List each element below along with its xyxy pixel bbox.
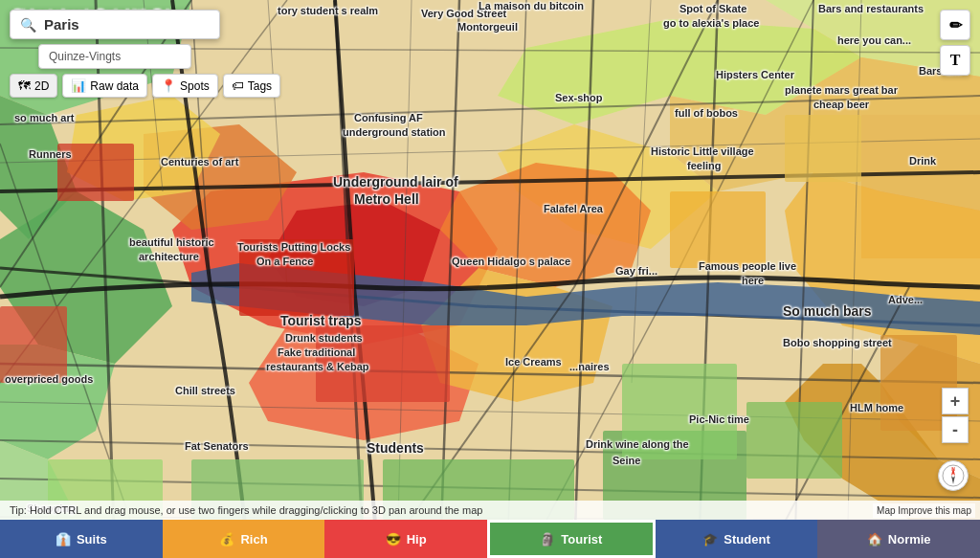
hip-icon: 😎 bbox=[386, 532, 401, 547]
cat-tourist[interactable]: 🗿 Tourist bbox=[487, 520, 656, 558]
top-right-controls: ✏ T bbox=[940, 10, 970, 76]
svg-rect-66 bbox=[622, 364, 737, 459]
search-box[interactable]: 🔍 Paris bbox=[10, 10, 220, 39]
cat-hip[interactable]: 😎 Hip bbox=[324, 520, 487, 558]
view-btn-2d[interactable]: 🗺 2D bbox=[10, 74, 57, 98]
hip-label: Hip bbox=[407, 532, 427, 547]
pin-icon: 📍 bbox=[161, 78, 176, 93]
tourist-label: Tourist bbox=[561, 532, 602, 547]
zoom-controls: + - bbox=[942, 388, 969, 443]
attribution-text: Map Improve this map bbox=[877, 505, 971, 516]
tourist-icon: 🗿 bbox=[540, 532, 555, 547]
map-icon: 🗺 bbox=[18, 78, 31, 93]
student-icon: 🎓 bbox=[702, 532, 718, 547]
compass-btn[interactable]: N bbox=[938, 460, 969, 491]
cat-student[interactable]: 🎓 Student bbox=[656, 520, 818, 558]
category-bar: 👔 Suits 💰 Rich 😎 Hip 🗿 Tourist 🎓 Student… bbox=[0, 520, 980, 558]
rich-icon: 💰 bbox=[219, 532, 234, 547]
tag-icon: 🏷 bbox=[232, 78, 244, 93]
svg-rect-65 bbox=[316, 325, 450, 402]
svg-rect-58 bbox=[785, 115, 861, 182]
view-btn-tags[interactable]: 🏷 Tags bbox=[223, 74, 280, 98]
pencil-btn[interactable]: ✏ bbox=[940, 10, 970, 40]
svg-rect-67 bbox=[746, 402, 842, 479]
btn-spots-label: Spots bbox=[180, 79, 210, 93]
view-controls: 🗺 2D 📊 Raw data 📍 Spots 🏷 Tags bbox=[10, 74, 280, 98]
map-attribution: Map Improve this map bbox=[873, 503, 975, 518]
zoom-in-btn[interactable]: + bbox=[942, 388, 969, 414]
top-bar: 🔍 Paris Quinze-Vingts 🗺 2D 📊 Raw data 📍 … bbox=[10, 10, 280, 98]
zoom-out-btn[interactable]: - bbox=[942, 416, 969, 443]
svg-rect-55 bbox=[57, 144, 134, 201]
student-label: Student bbox=[724, 532, 769, 547]
map-container[interactable]: Richest place in Paris Little Tokyo tory… bbox=[0, 0, 980, 558]
cat-rich[interactable]: 💰 Rich bbox=[163, 520, 325, 558]
btn-tags-label: Tags bbox=[248, 79, 272, 93]
chart-icon: 📊 bbox=[71, 78, 86, 93]
normie-icon: 🏠 bbox=[867, 532, 882, 547]
svg-text:N: N bbox=[951, 466, 955, 472]
svg-rect-56 bbox=[0, 306, 67, 383]
tip-bar: Tip: Hold CTRL and drag mouse, or use tw… bbox=[0, 501, 980, 520]
suits-icon: 👔 bbox=[56, 532, 71, 547]
neighborhood-label: Quinze-Vingts bbox=[38, 44, 191, 69]
svg-rect-64 bbox=[239, 239, 354, 316]
text-btn[interactable]: T bbox=[940, 45, 970, 76]
rich-label: Rich bbox=[240, 532, 267, 547]
btn-2d-label: 2D bbox=[34, 79, 49, 93]
tip-text: Tip: Hold CTRL and drag mouse, or use tw… bbox=[10, 504, 482, 516]
cat-normie[interactable]: 🏠 Normie bbox=[817, 520, 980, 558]
svg-rect-57 bbox=[670, 191, 766, 268]
search-icon: 🔍 bbox=[20, 17, 36, 33]
suits-label: Suits bbox=[77, 532, 107, 547]
search-input[interactable]: Paris bbox=[44, 16, 197, 33]
view-btn-spots[interactable]: 📍 Spots bbox=[152, 74, 218, 98]
normie-label: Normie bbox=[888, 532, 931, 547]
cat-suits[interactable]: 👔 Suits bbox=[0, 520, 163, 558]
btn-raw-label: Raw data bbox=[90, 79, 139, 93]
view-btn-raw[interactable]: 📊 Raw data bbox=[62, 74, 147, 98]
neighborhood-name: Quinze-Vingts bbox=[49, 50, 121, 63]
